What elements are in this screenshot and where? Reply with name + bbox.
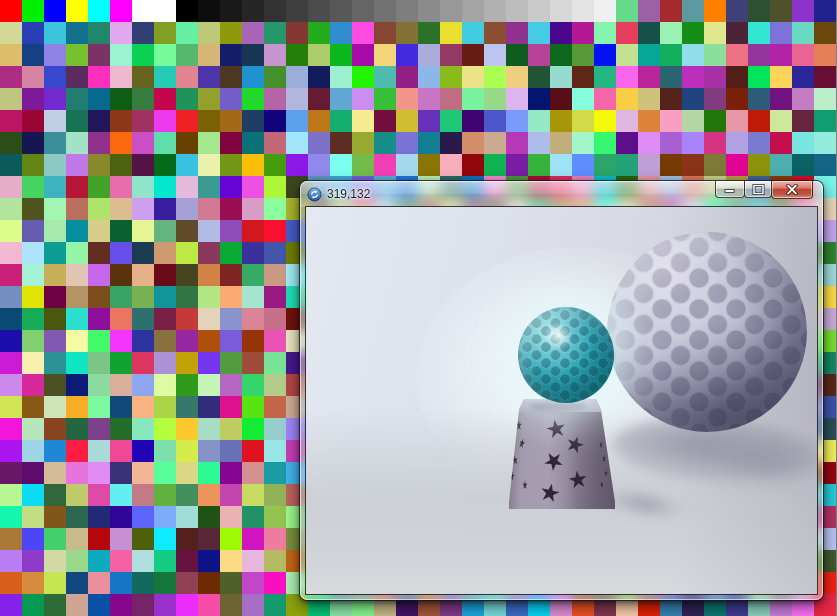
grid-cell (704, 132, 726, 154)
grid-cell (242, 374, 264, 396)
grid-cell (0, 308, 22, 330)
grid-cell (770, 132, 792, 154)
grid-cell (220, 352, 242, 374)
grid-cell (572, 154, 594, 176)
grid-cell (792, 44, 814, 66)
maximize-button[interactable] (744, 181, 772, 198)
grid-cell (440, 110, 462, 132)
grid-cell (242, 0, 264, 22)
grid-cell (44, 462, 66, 484)
grid-cell (396, 110, 418, 132)
grid-cell (308, 88, 330, 110)
grid-cell (374, 66, 396, 88)
grid-cell (484, 44, 506, 66)
grid-cell (66, 330, 88, 352)
grid-cell (792, 110, 814, 132)
grid-cell (88, 220, 110, 242)
grid-cell (220, 110, 242, 132)
grid-cell (374, 154, 396, 176)
grid-cell (264, 352, 286, 374)
minimize-button[interactable] (715, 181, 745, 198)
grid-cell (440, 22, 462, 44)
grid-cell (44, 0, 66, 22)
grid-cell (132, 308, 154, 330)
grid-cell (88, 550, 110, 572)
grid-cell (264, 0, 286, 22)
grid-cell (154, 550, 176, 572)
grid-cell (660, 132, 682, 154)
grid-cell (396, 0, 418, 22)
grid-cell (418, 44, 440, 66)
grid-cell (726, 132, 748, 154)
grid-cell (176, 440, 198, 462)
grid-cell (88, 374, 110, 396)
grid-cell (44, 572, 66, 594)
grid-cell (88, 66, 110, 88)
grid-cell (198, 462, 220, 484)
grid-cell (616, 66, 638, 88)
grid-cell (132, 132, 154, 154)
grid-cell (22, 440, 44, 462)
grid-cell (682, 154, 704, 176)
grid-cell (88, 286, 110, 308)
grid-cell (748, 66, 770, 88)
grid-cell (0, 330, 22, 352)
grid-cell (220, 572, 242, 594)
grid-cell (154, 198, 176, 220)
grid-cell (132, 572, 154, 594)
grid-cell (0, 132, 22, 154)
pedestal-star: ★ (543, 415, 569, 443)
grid-cell (308, 154, 330, 176)
grid-cell (0, 22, 22, 44)
grid-cell (462, 66, 484, 88)
grid-cell (132, 22, 154, 44)
grid-cell (110, 44, 132, 66)
grid-cell (814, 66, 836, 88)
grid-cell (594, 88, 616, 110)
grid-cell (44, 352, 66, 374)
grid-cell (88, 110, 110, 132)
grid-cell (110, 330, 132, 352)
grid-cell (0, 396, 22, 418)
grid-cell (484, 132, 506, 154)
grid-cell (462, 44, 484, 66)
grid-cell (176, 44, 198, 66)
grid-cell (88, 484, 110, 506)
grid-cell (198, 264, 220, 286)
grid-cell (814, 132, 836, 154)
grid-cell (66, 374, 88, 396)
grid-cell (88, 418, 110, 440)
grid-cell (528, 154, 550, 176)
grid-cell (154, 0, 176, 22)
grid-cell (726, 110, 748, 132)
grid-cell (22, 198, 44, 220)
grid-cell (0, 242, 22, 264)
grid-cell (198, 286, 220, 308)
grid-cell (132, 462, 154, 484)
grid-cell (110, 528, 132, 550)
grid-cell (616, 132, 638, 154)
star-pedestal: ★★★★★★★★★★★★★★ (504, 399, 616, 509)
grid-cell (418, 0, 440, 22)
grid-cell (242, 506, 264, 528)
grid-cell (682, 44, 704, 66)
grid-cell (22, 44, 44, 66)
grid-cell (242, 594, 264, 616)
grid-cell (462, 132, 484, 154)
grid-cell (22, 418, 44, 440)
grid-cell (814, 44, 836, 66)
grid-cell (110, 440, 132, 462)
grid-cell (22, 176, 44, 198)
grid-cell (132, 594, 154, 616)
grid-cell (0, 110, 22, 132)
grid-cell (198, 396, 220, 418)
grid-cell (440, 132, 462, 154)
window-app-icon[interactable] (307, 187, 322, 202)
grid-cell (220, 374, 242, 396)
close-button[interactable] (771, 181, 813, 199)
grid-cell (0, 88, 22, 110)
grid-cell (594, 66, 616, 88)
grid-cell (220, 484, 242, 506)
grid-cell (242, 440, 264, 462)
grid-cell (88, 22, 110, 44)
